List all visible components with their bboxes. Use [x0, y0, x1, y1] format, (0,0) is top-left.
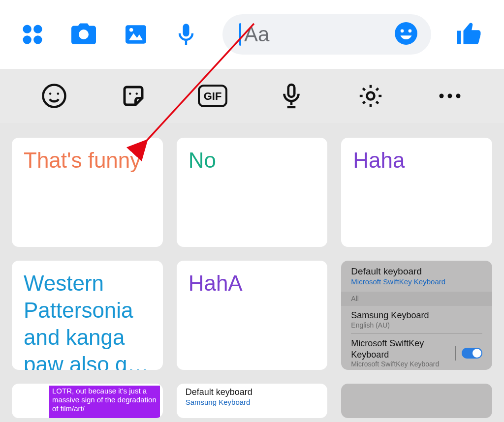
- tab-smiley[interactable]: [34, 76, 74, 116]
- style-tile-2[interactable]: Haha: [341, 138, 492, 247]
- text-caret: [239, 23, 241, 46]
- kbset-default-title: Default keyboard: [351, 266, 482, 277]
- style-tile-0[interactable]: That's funny: [12, 138, 163, 247]
- message-input[interactable]: Aa: [222, 14, 431, 55]
- apps-icon[interactable]: [20, 22, 45, 47]
- svg-point-1: [33, 25, 42, 33]
- svg-point-12: [409, 29, 412, 32]
- svg-point-2: [23, 35, 32, 44]
- tab-gif[interactable]: GIF: [193, 76, 232, 116]
- svg-rect-5: [126, 25, 146, 43]
- svg-rect-20: [288, 85, 294, 97]
- svg-point-14: [49, 92, 52, 95]
- svg-text:GIF: GIF: [203, 90, 221, 102]
- svg-point-16: [129, 92, 131, 95]
- svg-point-13: [43, 85, 65, 107]
- style-tile-4[interactable]: HahA: [177, 261, 328, 370]
- kbset-item-swiftkey: Microsoft SwiftKey Keyboard Microsoft Sw…: [341, 334, 492, 370]
- svg-point-15: [57, 92, 60, 95]
- svg-rect-8: [183, 24, 189, 36]
- svg-point-25: [447, 94, 452, 98]
- camera-icon[interactable]: [69, 20, 98, 49]
- gallery-icon[interactable]: [122, 21, 150, 48]
- svg-point-24: [439, 94, 443, 98]
- tab-sticker[interactable]: [114, 76, 153, 116]
- kbset-section: All: [341, 292, 492, 306]
- style-tile-6[interactable]: LOTR, out because it's just a massive si…: [12, 384, 163, 418]
- style-tiles-grid: That's funny No Haha Western Pattersonia…: [0, 123, 504, 422]
- message-placeholder: Aa: [244, 23, 269, 46]
- style-tile-8[interactable]: [341, 384, 492, 418]
- style-tile-3[interactable]: Western Pattersonia and kanga paw also g…: [12, 261, 163, 370]
- messenger-composer: Aa: [0, 0, 504, 69]
- tab-mic[interactable]: [272, 76, 311, 116]
- svg-point-10: [395, 22, 417, 45]
- svg-point-23: [367, 92, 374, 100]
- svg-point-3: [33, 35, 42, 44]
- kbset-item-samsung: Samsung Keyboard English (AU): [341, 306, 492, 333]
- svg-point-17: [135, 92, 138, 95]
- mic-icon[interactable]: [173, 22, 199, 47]
- style-tile-1[interactable]: No: [177, 138, 328, 247]
- thumbs-up-icon[interactable]: [455, 20, 484, 49]
- kbset-default-sub: Microsoft SwiftKey Keyboard: [351, 277, 482, 287]
- svg-point-4: [79, 30, 89, 39]
- keyboard-tab-row: GIF: [0, 69, 504, 123]
- svg-rect-9: [185, 41, 187, 45]
- svg-point-7: [129, 28, 133, 31]
- tab-more[interactable]: [430, 76, 470, 116]
- svg-point-11: [401, 29, 404, 32]
- toggle-swiftkey[interactable]: [462, 348, 482, 359]
- tab-settings[interactable]: [351, 76, 390, 116]
- keyboard-settings-tile[interactable]: Default keyboard Microsoft SwiftKey Keyb…: [341, 261, 492, 370]
- emoji-icon[interactable]: [394, 21, 418, 48]
- style-tile-7[interactable]: Default keyboard Samsung Keyboard: [177, 384, 328, 418]
- svg-point-26: [456, 94, 460, 98]
- svg-point-0: [23, 25, 32, 33]
